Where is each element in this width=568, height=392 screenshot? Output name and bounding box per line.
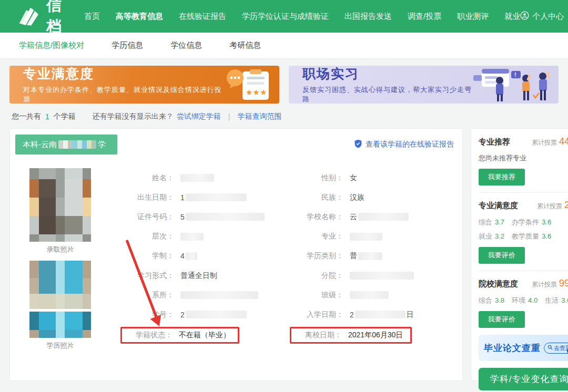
banner-subtitle: 反馈实习困惑、实战心得与建议，帮大家实习少走弯路 xyxy=(302,85,472,104)
student-record-card: 本科-云南 学 查看该学籍的在线验证报告 xyxy=(9,128,463,381)
school-satisfaction-header: 院校满意度 累计投票9925 xyxy=(479,278,568,289)
divider xyxy=(479,192,568,193)
rating-chip: 办学条件3.6 xyxy=(512,218,551,227)
banner-row: 专业满意度 对本专业的办学条件、教学质量、就业情况及综合情况进行投票 ★★★ xyxy=(9,66,559,104)
rating-chip: 教学质量3.6 xyxy=(512,232,551,241)
field-name: 姓名： xyxy=(124,168,293,188)
nav-abroad-report[interactable]: 出国报告发送 xyxy=(344,12,392,22)
field-student-number: 学号： 2 xyxy=(124,305,293,324)
censored-value xyxy=(180,233,204,241)
bind-record-link[interactable]: 尝试绑定学籍 xyxy=(177,112,221,121)
field-school-name: 学校名称： 云 xyxy=(293,207,462,226)
diploma-photo-label: 学历照片 xyxy=(29,341,91,350)
user-center-label: 个人中心 xyxy=(532,12,564,22)
record-tab[interactable]: 本科-云南 学 xyxy=(15,135,117,154)
record-summary-line: 您一共有 1 个学籍 还有学籍没有显示出来？ 尝试绑定学籍 | 学籍查询范围 xyxy=(12,112,556,121)
subject-major-change-query-button[interactable]: 学科/专业变化查询 xyxy=(479,368,568,390)
photo-column: 录取照片 学历照片 xyxy=(29,168,91,357)
nav-survey-vote[interactable]: 调查/投票 xyxy=(408,12,441,22)
query-scope-link[interactable]: 学籍查询范围 xyxy=(237,112,281,121)
user-center-menu[interactable]: 个人中心 ▼ xyxy=(520,11,568,22)
record-tab-suffix: 学 xyxy=(98,140,106,150)
field-id-number: 证件号码： 5 xyxy=(124,207,293,226)
nav-career-test[interactable]: 职业测评 xyxy=(457,12,489,22)
people-illustration: ! xyxy=(472,67,551,102)
nav-higher-education[interactable]: 高等教育信息 xyxy=(116,12,163,22)
nav-degree-certification[interactable]: 学历学位认证与成绩验证 xyxy=(242,12,329,22)
banner-title: 职场实习 xyxy=(302,66,472,82)
rating-chip: 就业3.2 xyxy=(479,232,504,241)
summary-prefix: 您一共有 xyxy=(12,112,41,121)
rating-chip: 综合3.7 xyxy=(479,218,504,227)
censored-value xyxy=(180,174,214,182)
censored-value xyxy=(350,233,382,241)
tab-student-status[interactable]: 学籍信息/图像校对 xyxy=(19,40,84,50)
top-navigation: 首页 高等教育信息 在线验证报告 学历学位认证与成绩验证 出国报告发送 调查/投… xyxy=(84,12,520,22)
field-branch: 分院： xyxy=(293,266,462,285)
tab-education-info[interactable]: 学历信息 xyxy=(111,40,143,50)
evaluate-school-button[interactable]: 我要评价 xyxy=(479,311,525,328)
vote-clipboard-illustration: ★★★ xyxy=(224,67,272,102)
censored-value xyxy=(186,193,247,201)
field-level: 层次： xyxy=(124,227,293,246)
tab-kaoyan-info[interactable]: 考研信息 xyxy=(229,40,261,50)
record-tab-prefix: 本科-云南 xyxy=(23,140,57,150)
admission-photo xyxy=(29,168,91,242)
nav-employment[interactable]: 就业 xyxy=(504,12,520,22)
rating-chip: 综合3.8 xyxy=(479,296,504,305)
internship-banner[interactable]: 职场实习 反馈实习困惑、实战心得与建议，帮大家实习少走弯路 ! xyxy=(289,66,559,104)
diploma-photo-top xyxy=(29,261,91,309)
field-enrollment-date: 入学日期： 2日 xyxy=(293,305,462,324)
field-department: 系所： xyxy=(124,285,293,305)
censored-value xyxy=(358,213,409,221)
vote-count: 4460 xyxy=(559,136,568,147)
major-ratings: 综合3.7 办学条件3.6 就业3.2 教学质量3.6 xyxy=(479,213,568,241)
rating-chip: 生活3.6 xyxy=(545,296,568,305)
thesis-check-banner[interactable]: 毕业论文查重 去查重 xyxy=(479,335,568,361)
field-study-form: 学习形式： 普通全日制 xyxy=(124,266,293,285)
field-education-type: 学历类别： 普 xyxy=(293,246,462,266)
view-verification-report-link[interactable]: 查看该学籍的在线验证报告 xyxy=(354,139,454,150)
field-leave-date-highlighted: 离校日期： 2021年06月30日 xyxy=(290,327,412,344)
top-header: 学信档案 首页 高等教育信息 在线验证报告 学历学位认证与成绩验证 出国报告发送… xyxy=(0,0,568,33)
major-satisfaction-header: 专业满意度 累计投票239 xyxy=(479,200,568,211)
censored-value xyxy=(350,272,414,280)
rating-chip: 环境4.0 xyxy=(512,296,537,305)
vote-count: 9925 xyxy=(559,278,568,288)
search-icon xyxy=(547,345,553,351)
field-duration: 学制： 4 xyxy=(124,246,293,266)
diploma-photo-bottom xyxy=(29,312,91,338)
recommend-hint: 您尚未推荐专业 xyxy=(479,153,568,163)
censored-value xyxy=(350,291,389,299)
divider xyxy=(479,271,568,271)
leave-date-value: 2021年06月30日 xyxy=(348,331,403,340)
link-separator: | xyxy=(228,112,230,121)
recommend-button[interactable]: 我要推荐 xyxy=(479,169,525,185)
record-form: 姓名： 出生日期： 1 证件号码： 5 层次： xyxy=(124,168,462,357)
field-birthdate: 出生日期： 1 xyxy=(124,188,293,207)
censored-value xyxy=(355,311,405,318)
banner-subtitle: 对本专业的办学条件、教学质量、就业情况及综合情况进行投票 xyxy=(23,85,224,104)
record-count: 1 xyxy=(45,112,49,121)
censored-value xyxy=(180,291,258,299)
major-satisfaction-banner[interactable]: 专业满意度 对本专业的办学条件、教学质量、就业情况及综合情况进行投票 ★★★ xyxy=(9,66,279,104)
admission-photo-label: 录取照片 xyxy=(29,245,91,254)
logo-book-icon xyxy=(18,6,41,27)
thesis-check-title: 毕业论文查重 xyxy=(483,342,541,354)
record-tab-censored xyxy=(58,140,96,149)
school-ratings: 综合3.8 环境4.0 生活3.6 xyxy=(479,291,568,305)
missing-record-hint: 还有学籍没有显示出来？ xyxy=(93,112,174,121)
person-icon xyxy=(520,11,529,22)
tab-degree-info[interactable]: 学位信息 xyxy=(170,40,202,50)
nav-online-verification[interactable]: 在线验证报告 xyxy=(179,12,226,22)
active-nav-notch xyxy=(158,28,167,37)
field-class: 班级： xyxy=(293,285,462,305)
evaluate-major-button[interactable]: 我要评价 xyxy=(479,247,525,264)
field-gender: 性别： 女 xyxy=(293,168,462,188)
field-major: 专业： xyxy=(293,227,462,246)
svg-text:!: ! xyxy=(514,71,516,78)
censored-value xyxy=(186,252,197,260)
nav-home[interactable]: 首页 xyxy=(84,12,100,22)
enrollment-status-value: 不在籍（毕业） xyxy=(179,331,230,340)
major-recommend-header: 专业推荐 累计投票4460 xyxy=(479,136,568,147)
